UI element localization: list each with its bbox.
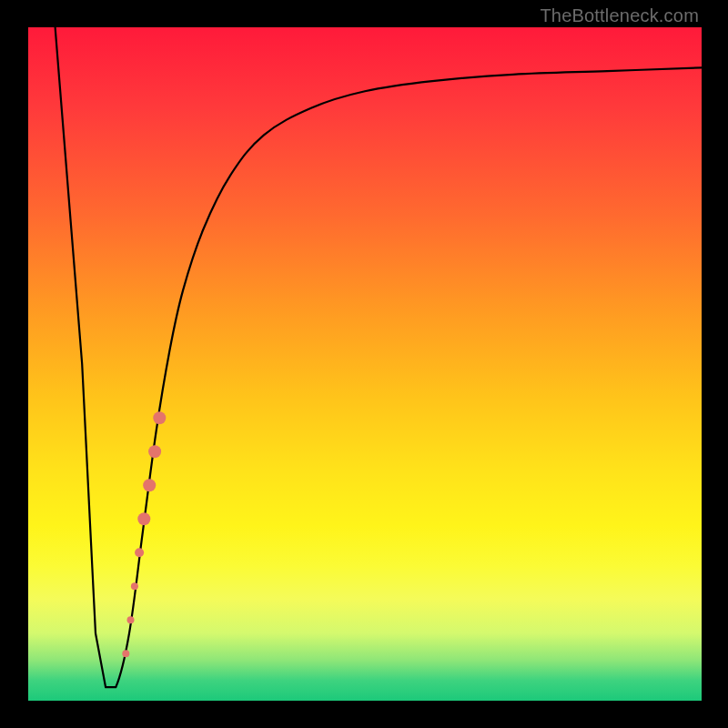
curve-svg	[28, 27, 702, 701]
highlight-dot	[148, 445, 161, 458]
highlight-dots	[122, 411, 166, 657]
plot-area	[28, 27, 702, 701]
highlight-dot	[153, 411, 166, 424]
highlight-dot	[143, 479, 156, 491]
bottleneck-curve	[56, 27, 702, 687]
watermark-text: TheBottleneck.com	[540, 5, 699, 26]
highlight-dot	[137, 512, 150, 525]
highlight-dot	[135, 548, 144, 557]
highlight-dot	[122, 650, 129, 657]
highlight-dot	[127, 616, 135, 623]
highlight-dot	[131, 582, 138, 590]
chart-frame: TheBottleneck.com	[0, 0, 728, 728]
